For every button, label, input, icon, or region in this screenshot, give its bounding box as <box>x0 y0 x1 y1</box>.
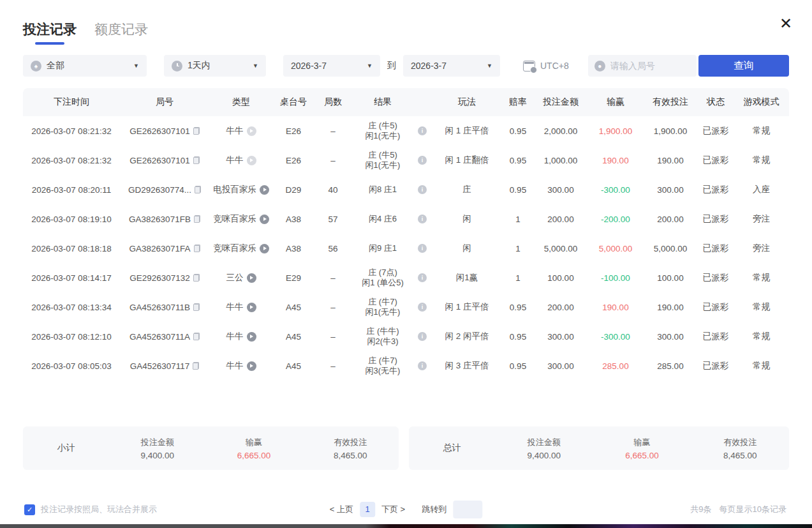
timezone-label: UTC+8 <box>540 61 569 71</box>
copy-icon[interactable] <box>193 127 200 135</box>
game-type-dropdown[interactable]: ♠ 全部 ▼ <box>23 55 147 77</box>
copy-icon[interactable] <box>194 215 200 223</box>
info-icon[interactable]: i <box>418 303 427 312</box>
cell-odds: 1 <box>503 215 533 224</box>
play-video-icon[interactable] <box>260 185 269 195</box>
cell-bet-time: 2026-03-07 08:18:18 <box>23 244 120 253</box>
copy-icon[interactable] <box>194 245 200 252</box>
table-row[interactable]: 2026-03-07 08:12:10 GA452630711A 牛牛 A45 … <box>23 322 789 351</box>
play-video-icon[interactable] <box>247 303 256 312</box>
info-icon[interactable]: i <box>418 361 427 370</box>
cell-game-id: GA452630711A <box>120 332 209 342</box>
info-icon[interactable]: i <box>418 273 427 282</box>
play-video-icon[interactable] <box>260 215 269 224</box>
table-header-cell: 下注时间 <box>23 96 120 108</box>
merge-checkbox[interactable]: ✓ <box>24 504 35 515</box>
game-id-search-input[interactable] <box>610 61 687 71</box>
prev-page-button[interactable]: < 上页 <box>330 504 353 515</box>
cell-win-loss: 190.00 <box>588 156 643 165</box>
table-header-cell: 状态 <box>698 96 734 108</box>
cell-status: 已派彩 <box>698 243 734 254</box>
info-icon[interactable]: i <box>418 156 427 165</box>
cell-play-type: 闲 3 庄平倍 <box>431 360 503 372</box>
copy-icon[interactable] <box>193 274 200 282</box>
time-range-dropdown[interactable]: 1天内 ▼ <box>164 55 266 77</box>
chevron-down-icon: ▼ <box>133 63 139 69</box>
info-icon[interactable]: i <box>418 244 427 253</box>
copy-icon[interactable] <box>195 186 201 193</box>
next-page-button[interactable]: 下页 > <box>381 504 405 515</box>
cell-odds: 0.95 <box>503 185 533 195</box>
current-page-button[interactable]: 1 <box>360 502 375 517</box>
table-row[interactable]: 2026-03-07 08:20:11 GD292630774... 电投百家乐… <box>23 175 789 204</box>
play-video-icon[interactable] <box>247 361 256 371</box>
cell-table-no: E29 <box>273 273 314 283</box>
cell-bet-amount: 2,000.00 <box>533 126 588 136</box>
cell-win-loss: 285.00 <box>588 361 643 371</box>
table-row[interactable]: 2026-03-07 08:21:32 GE2626307101 牛牛 E26 … <box>23 146 789 175</box>
cell-table-no: A38 <box>273 244 314 253</box>
play-video-icon[interactable] <box>247 273 256 283</box>
play-video-icon[interactable] <box>247 126 256 136</box>
cell-odds: 0.95 <box>503 156 533 165</box>
table-header-row: 下注时间局号类型桌台号局数结果玩法赔率投注金额输赢有效投注状态游戏模式 <box>23 88 789 116</box>
table-header-cell: 有效投注 <box>643 96 698 108</box>
background-page-strip <box>0 524 812 528</box>
cell-game-mode: 常规 <box>734 301 789 313</box>
copy-icon[interactable] <box>193 362 199 370</box>
date-to-dropdown[interactable]: 2026-3-7 ▼ <box>403 55 500 77</box>
cell-valid-bet: 100.00 <box>643 273 698 283</box>
cell-game-id: GE2926307132 <box>120 273 209 283</box>
table-row[interactable]: 2026-03-07 08:18:18 GA38263071FA 竞咪百家乐 A… <box>23 234 789 263</box>
cell-bet-time: 2026-03-07 08:12:10 <box>23 332 120 342</box>
cell-valid-bet: 300.00 <box>643 332 698 342</box>
table-row[interactable]: 2026-03-07 08:21:32 GE2626307101 牛牛 E26 … <box>23 116 789 146</box>
tab-betting-records[interactable]: 投注记录 <box>23 20 77 46</box>
chevron-down-icon: ▼ <box>253 63 258 69</box>
cell-win-loss: -300.00 <box>588 332 643 342</box>
cell-bet-amount: 5,000.00 <box>533 244 588 253</box>
cell-win-loss: -300.00 <box>588 185 643 195</box>
cell-game-mode: 常规 <box>734 125 789 137</box>
cell-game-mode: 入座 <box>734 184 789 195</box>
cell-result-info: i <box>413 303 431 312</box>
date-from-dropdown[interactable]: 2026-3-7 ▼ <box>283 55 380 77</box>
cell-game-id: GA4526307117 <box>120 361 209 371</box>
cell-result: 庄 (牛5) 闲1(无牛) <box>352 121 413 142</box>
table-header-cell: 类型 <box>209 96 273 108</box>
info-icon[interactable]: i <box>418 185 427 194</box>
cell-odds: 0.95 <box>503 361 533 371</box>
table-row[interactable]: 2026-03-07 08:05:03 GA4526307117 牛牛 A45 … <box>23 351 789 381</box>
summary-bar: 小计 投注金额 9,400.00 输赢 6,665.00 有效投注 8,465.… <box>23 426 789 470</box>
close-icon[interactable]: ✕ <box>778 15 794 32</box>
jump-to-input[interactable] <box>453 501 482 518</box>
total-win-loss: 输赢 6,665.00 <box>593 437 691 460</box>
play-video-icon[interactable] <box>260 244 269 253</box>
cell-table-no: A45 <box>273 303 314 312</box>
game-type-value: 全部 <box>47 60 64 72</box>
copy-icon[interactable] <box>193 333 200 340</box>
cell-game-mode: 常规 <box>734 331 789 342</box>
tab-quota-records[interactable]: 额度记录 <box>94 20 148 46</box>
play-video-icon[interactable] <box>247 156 256 165</box>
total-bet-amount: 投注金额 9,400.00 <box>495 437 593 460</box>
table-row[interactable]: 2026-03-07 08:13:34 GA452630711B 牛牛 A45 … <box>23 292 789 322</box>
cell-result-info: i <box>413 361 431 370</box>
cell-result-info: i <box>413 244 431 253</box>
copy-icon[interactable] <box>193 156 200 164</box>
table-header-cell: 投注金额 <box>533 96 588 108</box>
table-header-cell: 游戏模式 <box>734 96 789 108</box>
table-row[interactable]: 2026-03-07 08:19:10 GA38263071FB 竞咪百家乐 A… <box>23 204 789 234</box>
info-icon[interactable]: i <box>418 215 427 223</box>
play-video-icon[interactable] <box>247 332 256 342</box>
query-button[interactable]: 查询 <box>698 55 789 77</box>
cell-odds: 0.95 <box>503 332 533 342</box>
info-icon[interactable]: i <box>418 126 427 135</box>
copy-icon[interactable] <box>193 303 200 311</box>
game-id-search[interactable]: ● <box>588 55 697 77</box>
cell-rounds: – <box>314 156 352 165</box>
record-count-group: 共9条 每页显示10条记录 <box>690 504 786 515</box>
cell-win-loss: 1,900.00 <box>588 126 643 136</box>
info-icon[interactable]: i <box>418 332 427 341</box>
table-row[interactable]: 2026-03-07 08:14:17 GE2926307132 三公 E29 … <box>23 263 789 292</box>
